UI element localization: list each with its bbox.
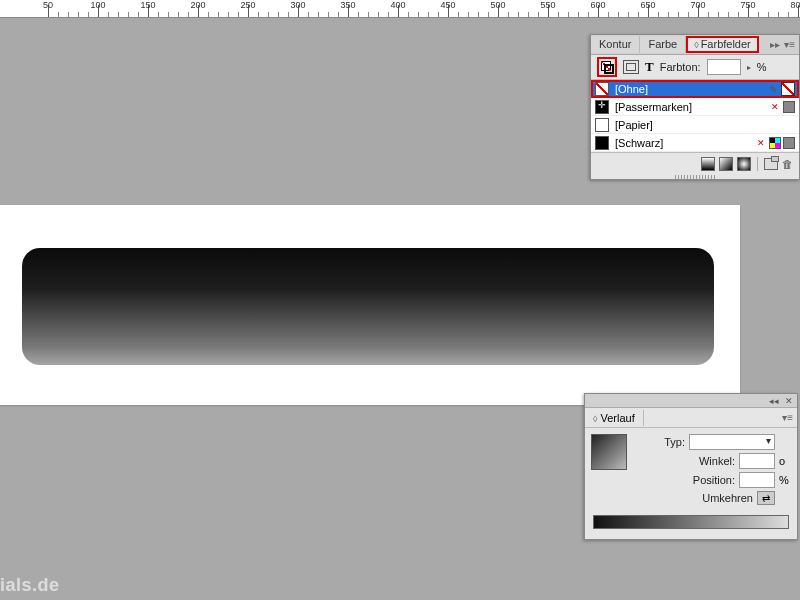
ruler-tick-label: 200 [190, 0, 205, 10]
gradient-panel-menu-icon[interactable]: ▾≡ [782, 412, 793, 423]
swatch-row[interactable]: [Passermarken]✕ [591, 98, 799, 116]
show-gradient-swatches-button[interactable] [737, 157, 751, 171]
panel-resize-grip[interactable] [675, 175, 715, 179]
tint-unit: % [757, 61, 767, 73]
swatch-flag-spot-icon [783, 137, 795, 149]
tint-label: Farbton: [660, 61, 701, 73]
ruler-tick-label: 500 [490, 0, 505, 10]
gradient-panel: ◂◂ ✕ Verlauf ▾≡ Typ: Winkel: o Position:… [584, 393, 798, 540]
ruler-tick-label: 50 [43, 0, 53, 10]
ruler-tick-label: 700 [690, 0, 705, 10]
type-label: Typ: [664, 436, 685, 448]
angle-unit: o [779, 455, 791, 467]
formatting-text-icon[interactable]: T [645, 59, 654, 75]
tab-farbfelder[interactable]: Farbfelder [686, 36, 759, 53]
swatch-row[interactable]: [Ohne] [591, 80, 799, 98]
angle-label: Winkel: [699, 455, 735, 467]
ruler-tick-label: 650 [640, 0, 655, 10]
ruler-tick-label: 250 [240, 0, 255, 10]
tint-flyout-icon[interactable]: ▸ [747, 63, 751, 72]
tab-farbe[interactable]: Farbe [640, 36, 686, 53]
swatches-panel: Kontur Farbe Farbfelder ▸▸ ▾≡ T Farbton:… [590, 34, 800, 180]
swatch-name: [Schwarz] [615, 137, 749, 149]
panel-close-icon[interactable]: ✕ [785, 396, 793, 406]
rounded-rectangle-object[interactable] [22, 248, 714, 365]
swatch-flag-x-icon: ✕ [755, 137, 767, 149]
swatch-row[interactable]: [Papier] [591, 116, 799, 134]
swatch-name: [Papier] [615, 119, 789, 131]
reverse-label: Umkehren [702, 492, 753, 504]
swatch-list: [Ohne][Passermarken]✕[Papier][Schwarz]✕ [591, 79, 799, 153]
swatch-name: [Ohne] [615, 83, 761, 95]
swatch-name: [Passermarken] [615, 101, 763, 113]
tint-input[interactable] [707, 59, 741, 75]
swatch-flags [767, 82, 795, 96]
swatch-chip [595, 100, 609, 114]
swatches-panel-tabs: Kontur Farbe Farbfelder ▸▸ ▾≡ [591, 35, 799, 55]
ruler-tick-label: 600 [590, 0, 605, 10]
swatches-bottom-toolbar [591, 153, 799, 175]
swatch-flag-spot-icon [783, 101, 795, 113]
new-swatch-button[interactable] [764, 158, 778, 170]
ruler-tick-label: 100 [90, 0, 105, 10]
tab-kontur[interactable]: Kontur [591, 36, 640, 53]
ruler-tick-label: 450 [440, 0, 455, 10]
gradient-ramp[interactable] [593, 515, 789, 529]
swatch-chip [595, 136, 609, 150]
position-unit: % [779, 474, 791, 486]
gradient-position-input[interactable] [739, 472, 775, 488]
ruler-tick-label: 400 [390, 0, 405, 10]
swatch-chip [595, 82, 609, 96]
formatting-container-icon[interactable] [623, 60, 639, 74]
fill-stroke-proxy[interactable] [597, 57, 617, 77]
gradient-angle-input[interactable] [739, 453, 775, 469]
gradient-reverse-button[interactable]: ⇄ [757, 491, 775, 505]
position-label: Position: [693, 474, 735, 486]
swatch-flag-cmyk-icon [769, 137, 781, 149]
delete-swatch-button[interactable] [782, 158, 793, 170]
document-canvas[interactable] [0, 205, 740, 405]
ruler-tick-label: 550 [540, 0, 555, 10]
ruler-tick-label: 150 [140, 0, 155, 10]
panel-collapse-icon[interactable]: ▸▸ [770, 39, 780, 50]
panel-minimize-icon[interactable]: ◂◂ [769, 396, 779, 406]
show-color-swatches-button[interactable] [719, 157, 733, 171]
gradient-panel-titlebar[interactable]: ◂◂ ✕ [585, 394, 797, 408]
show-all-swatches-button[interactable] [701, 157, 715, 171]
ruler-tick-label: 800 [790, 0, 800, 10]
watermark-text: ials.de [0, 575, 60, 596]
panel-menu-icon[interactable]: ▾≡ [784, 39, 795, 50]
ruler-tick-label: 350 [340, 0, 355, 10]
gradient-type-select[interactable] [689, 434, 775, 450]
swatch-flag-pencil-icon [767, 83, 779, 95]
swatch-flags: ✕ [769, 101, 795, 113]
ruler-horizontal[interactable]: 5010015020025030035040045050055060065070… [0, 0, 800, 18]
swatch-chip [595, 118, 609, 132]
swatch-row[interactable]: [Schwarz]✕ [591, 134, 799, 152]
swatch-flag-x-icon: ✕ [769, 101, 781, 113]
swatches-toolbar: T Farbton: ▸ % [591, 55, 799, 79]
ruler-tick-label: 300 [290, 0, 305, 10]
tab-verlauf[interactable]: Verlauf [585, 410, 644, 426]
ruler-tick-label: 750 [740, 0, 755, 10]
gradient-preview[interactable] [591, 434, 627, 470]
swatch-flags: ✕ [755, 137, 795, 149]
swatch-flag-none-big-icon [781, 82, 795, 96]
